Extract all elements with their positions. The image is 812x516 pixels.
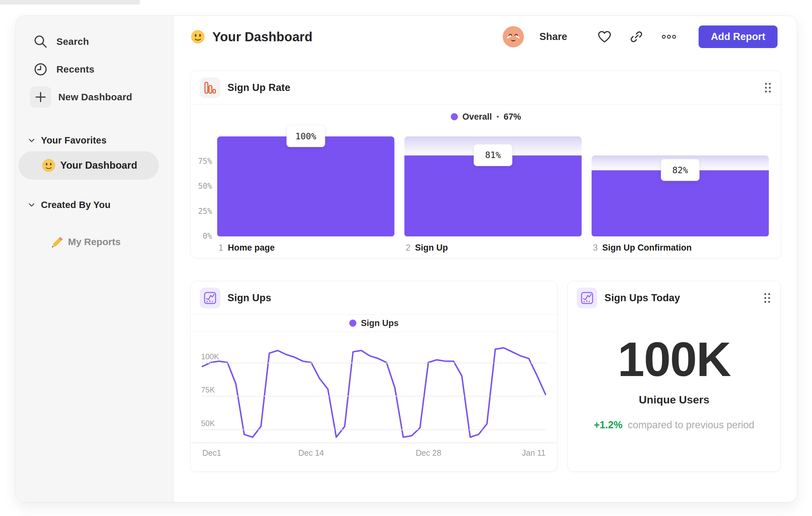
card-title: Sign Ups — [228, 292, 271, 304]
pencil-emoji — [51, 235, 64, 249]
sign-ups-today-card: Sign Ups Today 100K Unique Users +1.2% c… — [568, 281, 781, 472]
x-axis-ticks: Dec1Dec 14Dec 28Jan 11 — [202, 448, 546, 460]
smiley-emoji — [41, 158, 56, 172]
add-report-button[interactable]: Add Report — [699, 25, 778, 48]
funnel-y-tick-label: 50% — [198, 182, 212, 191]
sidebar-item-new-dashboard[interactable]: New Dashboard — [30, 86, 132, 108]
funnel-y-tick-label: 25% — [198, 207, 212, 216]
chevron-down-icon — [28, 201, 35, 208]
x-tick-label: Dec1 — [202, 448, 221, 458]
legend-label: Sign Ups — [361, 318, 399, 328]
ellipsis-icon[interactable] — [661, 34, 677, 39]
legend-value: 67% — [504, 112, 521, 122]
funnel-badge: 82% — [661, 159, 700, 181]
funnel-bar-solid — [217, 136, 395, 236]
funnel-step-label: 2 Sign Up — [406, 243, 448, 253]
page-title: Your Dashboard — [212, 30, 313, 44]
x-tick-label: Jan 11 — [522, 448, 546, 458]
dashboard-header: Your Dashboard Share Add Report — [173, 16, 797, 67]
card-title: Sign Ups Today — [605, 292, 680, 304]
sidebar-item-label: Your Dashboard — [60, 160, 137, 171]
sidebar-item-label: My Reports — [68, 236, 120, 247]
card-header: Sign Ups Today — [568, 281, 780, 315]
gridline — [202, 429, 546, 430]
sidebar-item-recents[interactable]: Recents — [30, 60, 94, 78]
line-plot: 100K75K50K — [202, 343, 546, 442]
line-chart-icon — [200, 288, 221, 308]
funnel-badge: 100% — [286, 125, 325, 147]
header-actions: Share Add Report — [503, 25, 778, 48]
funnel-bar — [217, 136, 395, 236]
search-icon — [30, 34, 51, 49]
browser-chrome-fragment — [0, 0, 140, 4]
sidebar-section-your-favorites[interactable]: Your Favorites — [28, 134, 107, 147]
funnel-step-sign-up: 81% 2 Sign Up — [404, 136, 582, 236]
sidebar-item-search[interactable]: Search — [30, 33, 89, 51]
page: Search Recents New Dashboard Your Favori… — [0, 0, 812, 516]
funnel-y-tick-label: 75% — [198, 157, 212, 166]
section-label: Created By You — [41, 200, 111, 210]
sidebar: Search Recents New Dashboard Your Favori… — [16, 16, 174, 502]
card-header: Sign Up Rate — [191, 71, 781, 105]
kpi-delta-note: compared to previous period — [628, 419, 754, 431]
step-name: Sign Up — [415, 243, 448, 253]
step-index: 2 — [406, 243, 410, 253]
funnel-step-label: 3 Sign Up Confirmation — [593, 243, 692, 253]
sidebar-section-created-by-you[interactable]: Created By You — [28, 198, 111, 211]
funnel-plot: 100% 1 Home page 81% 2 Sign Up — [217, 136, 769, 236]
clock-icon — [30, 62, 51, 77]
kpi-value: 100K — [568, 331, 780, 387]
funnel-y-tick-label: 0% — [203, 232, 212, 241]
legend-dot — [349, 320, 356, 327]
plus-icon — [30, 86, 51, 108]
x-tick-label: Dec 28 — [416, 448, 441, 458]
sidebar-item-my-reports[interactable]: My Reports — [51, 235, 120, 249]
app-window: Search Recents New Dashboard Your Favori… — [16, 16, 797, 503]
heart-icon[interactable] — [598, 30, 612, 43]
y-tick-label: 50K — [201, 419, 215, 428]
section-label: Your Favorites — [41, 135, 107, 146]
line-chart-icon — [577, 288, 598, 308]
kpi-delta: +1.2% — [594, 419, 622, 431]
line-legend: Sign Ups — [191, 315, 557, 332]
step-name: Home page — [228, 243, 275, 253]
card-title: Sign Up Rate — [228, 82, 290, 93]
legend-separator: • — [497, 112, 499, 121]
funnel-badge: 81% — [474, 144, 512, 166]
funnel-y-axis: 75%50%25%0% — [191, 136, 212, 236]
kpi-label: Unique Users — [568, 393, 780, 406]
sign-ups-line-chart — [202, 343, 546, 442]
funnel-bar-solid — [404, 156, 582, 236]
funnel-legend: Overall • 67% — [191, 109, 781, 125]
drag-handle-icon[interactable] — [764, 82, 772, 94]
share-button[interactable]: Share — [540, 31, 567, 43]
bar-chart-icon — [200, 77, 221, 98]
gridline — [202, 362, 546, 363]
y-tick-label: 100K — [201, 352, 219, 361]
x-axis-line — [191, 442, 557, 443]
step-index: 1 — [219, 243, 223, 253]
funnel-step-sign-up-confirmation: 82% 3 Sign Up Confirmation — [591, 136, 769, 236]
page-title-wrap: Your Dashboard — [191, 29, 313, 44]
sidebar-item-label: New Dashboard — [58, 91, 132, 103]
chevron-down-icon — [28, 137, 35, 144]
kpi-delta-row: +1.2% compared to previous period — [568, 419, 780, 431]
legend-dot — [451, 113, 458, 120]
smiley-emoji — [191, 29, 205, 44]
x-tick-label: Dec 14 — [298, 448, 324, 458]
sidebar-item-your-dashboard[interactable]: Your Dashboard — [18, 151, 159, 180]
sign-ups-card: Sign Ups Sign Ups 100K75K50K Dec1Dec 14D… — [191, 281, 557, 472]
step-index: 3 — [593, 243, 598, 253]
funnel-step-home-page: 100% 1 Home page — [217, 136, 395, 236]
y-tick-label: 75K — [201, 385, 215, 395]
link-icon[interactable] — [630, 30, 643, 44]
step-name: Sign Up Confirmation — [602, 243, 692, 253]
sign-up-rate-card: Sign Up Rate Overall • 67% 75%50%25%0% — [191, 71, 781, 258]
funnel-step-label: 1 Home page — [219, 243, 275, 253]
card-header: Sign Ups — [191, 281, 557, 315]
avatar[interactable] — [503, 26, 524, 47]
legend-label: Overall — [462, 112, 492, 122]
drag-handle-icon[interactable] — [763, 292, 772, 304]
sidebar-item-label: Recents — [56, 64, 94, 75]
sidebar-item-label: Search — [56, 36, 89, 47]
